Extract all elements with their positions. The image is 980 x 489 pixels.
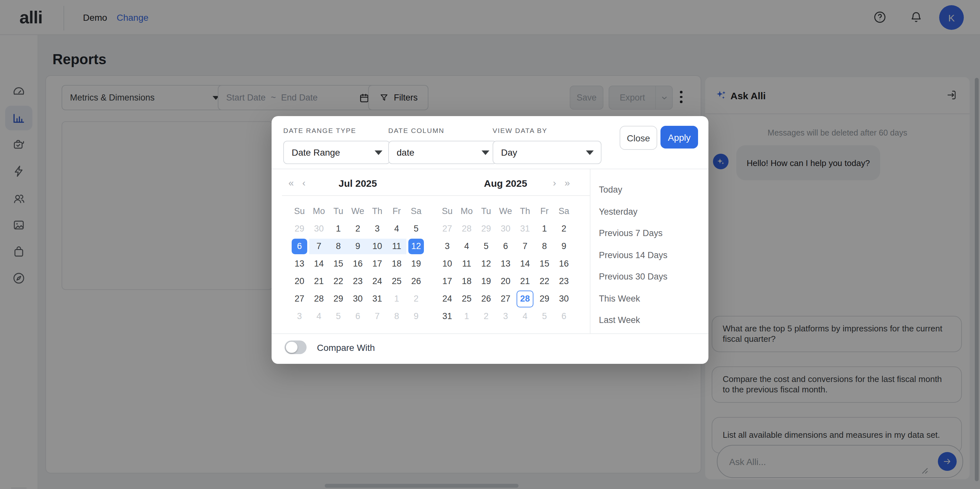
calendar-day[interactable]: 5 [535, 307, 554, 325]
calendar-day[interactable]: 13 [496, 255, 515, 272]
calendar-day[interactable]: 29 [476, 220, 496, 237]
calendar-day[interactable]: 31 [368, 290, 387, 307]
vertical-scrollbar[interactable] [975, 78, 979, 481]
calendar-day[interactable]: 30 [309, 220, 329, 237]
compare-with-toggle[interactable] [285, 341, 307, 354]
calendar-day[interactable]: 2 [554, 220, 574, 237]
next-year-icon[interactable]: » [565, 177, 570, 188]
calendar-day[interactable]: 10 [438, 255, 457, 272]
preset-previous-30-days[interactable]: Previous 30 Days [599, 266, 706, 288]
calendar-day[interactable]: 8 [535, 237, 554, 255]
calendar-day[interactable]: 12 [406, 237, 426, 255]
calendar-day[interactable]: 8 [329, 237, 348, 255]
calendar-day[interactable]: 17 [368, 255, 387, 272]
calendar-day[interactable]: 9 [348, 237, 368, 255]
calendar-day[interactable]: 23 [348, 272, 368, 290]
calendar-day[interactable]: 5 [406, 220, 426, 237]
calendar-day[interactable]: 28 [309, 290, 329, 307]
calendar-day[interactable]: 29 [290, 220, 309, 237]
calendar-day[interactable]: 17 [438, 272, 457, 290]
calendar-day[interactable]: 6 [496, 237, 515, 255]
calendar-day[interactable]: 27 [496, 290, 515, 307]
preset-this-week[interactable]: This Week [599, 288, 706, 309]
calendar-day[interactable]: 13 [290, 255, 309, 272]
calendar-day[interactable]: 4 [387, 220, 406, 237]
calendar-day[interactable]: 30 [554, 290, 574, 307]
preset-last-week[interactable]: Last Week [599, 309, 706, 331]
calendar-day[interactable]: 12 [476, 255, 496, 272]
calendar-day[interactable]: 3 [496, 307, 515, 325]
calendar-day[interactable]: 7 [309, 237, 329, 255]
calendar-day[interactable]: 14 [515, 255, 535, 272]
calendar-day[interactable]: 21 [309, 272, 329, 290]
calendar-day[interactable]: 28 [457, 220, 476, 237]
date-range-type-select[interactable]: Date Range [283, 141, 390, 164]
calendar-day[interactable]: 1 [457, 307, 476, 325]
calendar-day[interactable]: 6 [290, 237, 309, 255]
calendar-day[interactable]: 19 [406, 255, 426, 272]
date-column-select[interactable]: date [388, 141, 497, 164]
calendar-day[interactable]: 28 [515, 290, 535, 307]
calendar-day[interactable]: 27 [290, 290, 309, 307]
calendar-day[interactable]: 14 [309, 255, 329, 272]
calendar-day[interactable]: 11 [387, 237, 406, 255]
calendar-day[interactable]: 3 [438, 237, 457, 255]
calendar-day[interactable]: 16 [554, 255, 574, 272]
preset-previous-14-days[interactable]: Previous 14 Days [599, 244, 706, 266]
calendar-day[interactable]: 30 [348, 290, 368, 307]
calendar-day[interactable]: 26 [476, 290, 496, 307]
calendar-day[interactable]: 2 [406, 290, 426, 307]
calendar-day[interactable]: 31 [515, 220, 535, 237]
calendar-day[interactable]: 2 [348, 220, 368, 237]
calendar-day[interactable]: 8 [387, 307, 406, 325]
calendar-day[interactable]: 16 [348, 255, 368, 272]
calendar-day[interactable]: 6 [554, 307, 574, 325]
calendar-day[interactable]: 20 [496, 272, 515, 290]
preset-previous-7-days[interactable]: Previous 7 Days [599, 223, 706, 244]
next-month-icon[interactable]: › [553, 177, 556, 188]
calendar-day[interactable]: 25 [457, 290, 476, 307]
preset-yesterday[interactable]: Yesterday [599, 201, 706, 223]
view-data-by-select[interactable]: Day [493, 141, 601, 164]
calendar-day[interactable]: 11 [457, 255, 476, 272]
calendar-day[interactable]: 10 [368, 237, 387, 255]
calendar-day[interactable]: 19 [476, 272, 496, 290]
horizontal-scrollbar[interactable] [325, 484, 519, 488]
calendar-day[interactable]: 3 [290, 307, 309, 325]
calendar-day[interactable]: 18 [387, 255, 406, 272]
calendar-day[interactable]: 29 [535, 290, 554, 307]
calendar-day[interactable]: 24 [368, 272, 387, 290]
calendar-day[interactable]: 23 [554, 272, 574, 290]
calendar-day[interactable]: 7 [368, 307, 387, 325]
calendar-day[interactable]: 24 [438, 290, 457, 307]
calendar-day[interactable]: 26 [406, 272, 426, 290]
calendar-day[interactable]: 20 [290, 272, 309, 290]
calendar-day[interactable]: 18 [457, 272, 476, 290]
calendar-day[interactable]: 29 [329, 290, 348, 307]
calendar-day[interactable]: 1 [535, 220, 554, 237]
calendar-day[interactable]: 3 [368, 220, 387, 237]
calendar-day[interactable]: 27 [438, 220, 457, 237]
calendar-day[interactable]: 2 [476, 307, 496, 325]
calendar-day[interactable]: 6 [348, 307, 368, 325]
calendar-day[interactable]: 9 [406, 307, 426, 325]
calendar-day[interactable]: 4 [515, 307, 535, 325]
calendar-day[interactable]: 5 [476, 237, 496, 255]
calendar-day[interactable]: 4 [309, 307, 329, 325]
calendar-day[interactable]: 25 [387, 272, 406, 290]
calendar-day[interactable]: 1 [387, 290, 406, 307]
calendar-day[interactable]: 15 [329, 255, 348, 272]
preset-today[interactable]: Today [599, 179, 706, 201]
calendar-day[interactable]: 21 [515, 272, 535, 290]
apply-button[interactable]: Apply [660, 126, 698, 148]
calendar-day[interactable]: 30 [496, 220, 515, 237]
calendar-day[interactable]: 5 [329, 307, 348, 325]
calendar-day[interactable]: 22 [329, 272, 348, 290]
close-button[interactable]: Close [620, 126, 657, 150]
calendar-day[interactable]: 31 [438, 307, 457, 325]
calendar-day[interactable]: 1 [329, 220, 348, 237]
calendar-day[interactable]: 22 [535, 272, 554, 290]
calendar-day[interactable]: 15 [535, 255, 554, 272]
calendar-day[interactable]: 9 [554, 237, 574, 255]
calendar-day[interactable]: 4 [457, 237, 476, 255]
